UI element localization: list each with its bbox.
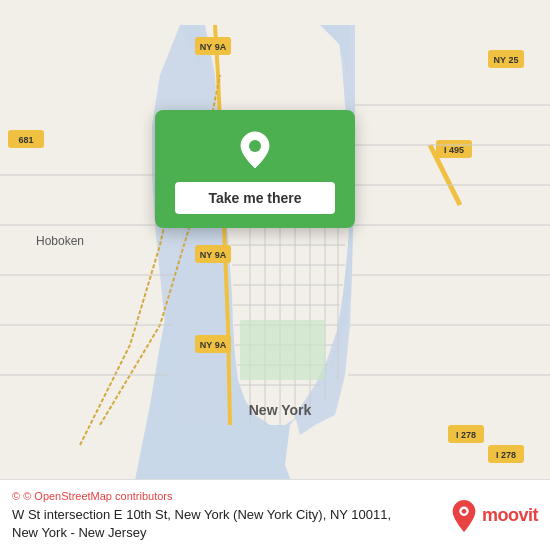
- card-overlay: Take me there: [155, 110, 355, 228]
- svg-text:NY 25: NY 25: [494, 55, 519, 65]
- bottom-bar: © © OpenStreetMap contributors W St inte…: [0, 479, 550, 550]
- moovit-pin-icon: [450, 499, 478, 533]
- svg-rect-51: [240, 320, 325, 380]
- location-pin-icon: [233, 128, 277, 172]
- osm-text: © OpenStreetMap contributors: [23, 490, 172, 502]
- svg-text:Hoboken: Hoboken: [36, 234, 84, 248]
- osm-icon: ©: [12, 490, 20, 502]
- svg-text:NY 9A: NY 9A: [200, 340, 227, 350]
- svg-text:NY 9A: NY 9A: [200, 42, 227, 52]
- svg-text:681: 681: [18, 135, 33, 145]
- svg-text:I 278: I 278: [496, 450, 516, 460]
- take-me-there-button[interactable]: Take me there: [175, 182, 335, 214]
- svg-text:NY 9A: NY 9A: [200, 250, 227, 260]
- svg-text:I 495: I 495: [444, 145, 464, 155]
- moovit-brand-text: moovit: [482, 505, 538, 526]
- address-text: W St intersection E 10th St, New York (N…: [12, 506, 392, 542]
- bottom-left: © © OpenStreetMap contributors W St inte…: [12, 490, 392, 542]
- moovit-logo: moovit: [450, 499, 538, 533]
- svg-text:I 278: I 278: [456, 430, 476, 440]
- map-container: NY 9A NY 9A NY 9A NY 9A I 495 NY 25 681 …: [0, 0, 550, 550]
- svg-point-54: [249, 140, 261, 152]
- map-svg: NY 9A NY 9A NY 9A NY 9A I 495 NY 25 681 …: [0, 0, 550, 550]
- svg-point-56: [462, 509, 467, 514]
- osm-credit: © © OpenStreetMap contributors: [12, 490, 392, 502]
- svg-text:New York: New York: [249, 402, 312, 418]
